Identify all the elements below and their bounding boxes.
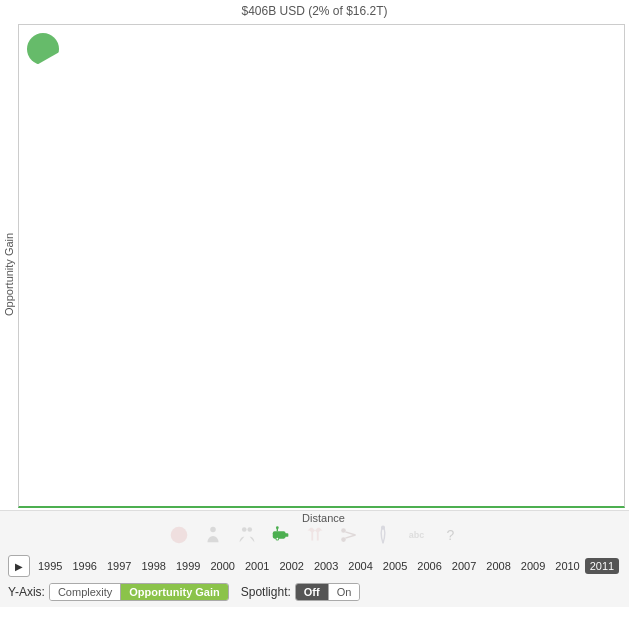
chart-container: Opportunity Gain [0,20,629,508]
y-axis-label-text: Y-Axis: [8,585,45,599]
year-btn-1998[interactable]: 1998 [136,558,170,574]
svg-line-12 [345,532,355,535]
person-icon[interactable] [199,521,227,549]
svg-point-7 [276,538,278,540]
spotlight-label-text: Spotlight: [241,585,291,599]
year-btn-2005[interactable]: 2005 [378,558,412,574]
chart-wrapper: $406B USD (2% of $16.2T) Opportunity Gai… [0,0,629,510]
play-button[interactable]: ▶ [8,555,30,577]
y-axis-control: Y-Axis: Complexity Opportunity Gain [8,583,229,601]
person2-icon[interactable] [233,521,261,549]
sewing-machine-icon[interactable] [267,521,295,549]
scissors-icon[interactable] [335,521,363,549]
year-btn-2003[interactable]: 2003 [309,558,343,574]
complexity-btn[interactable]: Complexity [50,584,121,600]
year-btn-1996[interactable]: 1996 [67,558,101,574]
year-btn-2007[interactable]: 2007 [447,558,481,574]
svg-point-0 [170,527,187,544]
svg-line-13 [345,535,355,538]
needle-icon[interactable] [369,521,397,549]
year-btn-2002[interactable]: 2002 [274,558,308,574]
year-btn-1995[interactable]: 1995 [33,558,67,574]
year-btn-2000[interactable]: 2000 [205,558,239,574]
chart-area [18,24,625,508]
svg-rect-5 [282,533,288,537]
year-btn-2011[interactable]: 2011 [585,558,619,574]
shirt-icon[interactable] [301,521,329,549]
svg-point-3 [247,527,252,532]
spotlight-off-btn[interactable]: Off [296,584,329,600]
year-row: ▶ 19951996199719981999200020012002200320… [8,555,621,583]
spotlight-control: Spotlight: Off On [241,583,361,601]
year-btn-2004[interactable]: 2004 [343,558,377,574]
svg-point-9 [275,526,278,529]
year-btn-1999[interactable]: 1999 [171,558,205,574]
year-btn-2009[interactable]: 2009 [516,558,550,574]
year-btn-2006[interactable]: 2006 [412,558,446,574]
controls-row: Y-Axis: Complexity Opportunity Gain Spot… [8,583,621,601]
data-bubble [27,33,59,65]
y-axis-btn-group: Complexity Opportunity Gain [49,583,229,601]
year-btn-2001[interactable]: 2001 [240,558,274,574]
opportunity-gain-btn[interactable]: Opportunity Gain [121,584,227,600]
svg-point-10 [341,528,346,533]
chart-title: $406B USD (2% of $16.2T) [0,0,629,20]
text-label-icon[interactable]: abc [403,521,431,549]
svg-point-2 [241,527,246,532]
circle-icon[interactable] [165,521,193,549]
year-btn-2010[interactable]: 2010 [550,558,584,574]
spotlight-btn-group: Off On [295,583,361,601]
question-icon[interactable]: ? [437,521,465,549]
svg-point-11 [341,537,346,542]
y-axis-label: Opportunity Gain [0,20,18,508]
spotlight-on-btn[interactable]: On [329,584,360,600]
svg-point-14 [381,526,384,529]
svg-point-1 [210,527,216,533]
year-btn-1997[interactable]: 1997 [102,558,136,574]
year-buttons-container: 1995199619971998199920002001200220032004… [33,558,619,574]
year-btn-2008[interactable]: 2008 [481,558,515,574]
